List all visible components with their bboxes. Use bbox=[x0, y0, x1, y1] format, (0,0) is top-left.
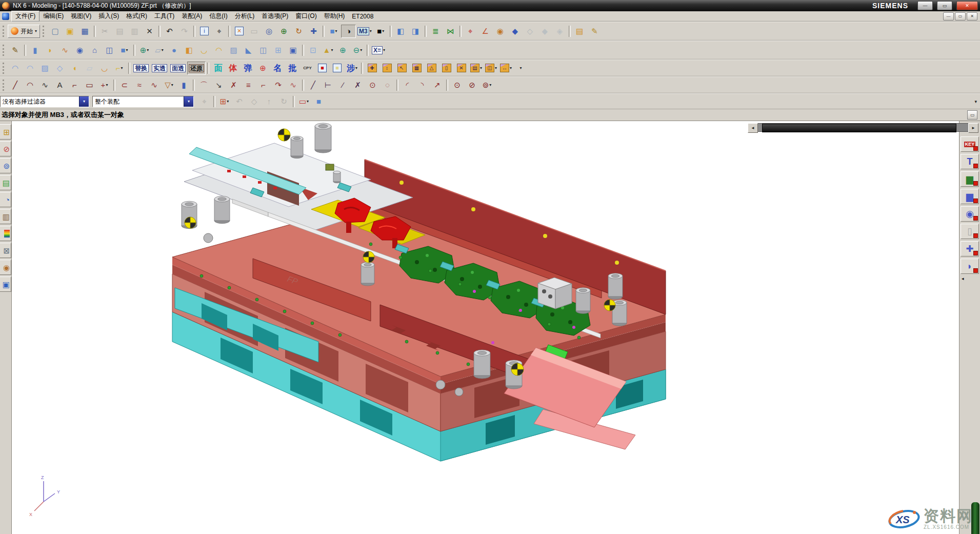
horizontal-scrollbar[interactable]: ◄ ► bbox=[748, 123, 978, 132]
child-minimize-button[interactable]: — bbox=[943, 12, 954, 21]
face-translucency-button[interactable]: 面透 bbox=[169, 62, 187, 75]
rotate-component-icon[interactable]: ↕ bbox=[379, 62, 394, 75]
unite-icon[interactable]: ⊕ bbox=[335, 44, 350, 57]
expression-button[interactable]: X=▾ bbox=[370, 44, 387, 57]
constraint-navigator-tab[interactable]: ⊘ bbox=[0, 141, 11, 156]
line-icon[interactable]: ╱ bbox=[8, 78, 23, 92]
project-curve-icon[interactable]: ↘ bbox=[211, 78, 226, 92]
close-button[interactable]: ✕ bbox=[956, 1, 978, 10]
restore-window-icon[interactable]: ▭ bbox=[967, 110, 977, 120]
menu-item-3[interactable]: 插入(S) bbox=[95, 11, 123, 21]
hole-icon[interactable]: ◉ bbox=[72, 44, 87, 57]
delete-icon[interactable]: ✕ bbox=[142, 25, 157, 38]
object-color-icon[interactable]: ■▾ bbox=[373, 25, 388, 38]
point2-icon[interactable]: +▾ bbox=[97, 78, 112, 92]
extract-curve-icon[interactable]: ⌐ bbox=[256, 78, 271, 92]
view-sphere-icon[interactable]: ◉ bbox=[493, 25, 508, 38]
scrollbar-thumb[interactable] bbox=[762, 124, 956, 132]
menu-item-2[interactable]: 视图(V) bbox=[67, 11, 95, 21]
key-library-icon[interactable]: KEY bbox=[961, 136, 979, 152]
through-curves-icon[interactable]: ◫ bbox=[256, 44, 271, 57]
wcs-orient-icon[interactable]: ∠ bbox=[478, 25, 493, 38]
tube-icon[interactable]: ⊞ bbox=[271, 44, 286, 57]
selection-scope-dropdown[interactable]: 整个装配 ▾ bbox=[92, 96, 194, 107]
bridge-curve-icon[interactable]: ≈ bbox=[132, 78, 147, 92]
styled-sweep-icon[interactable]: ◇ bbox=[52, 62, 67, 75]
rectangle-icon[interactable]: ▭ bbox=[82, 78, 97, 92]
edit-cross-icon[interactable]: ✗ bbox=[350, 78, 365, 92]
find-icon[interactable]: ⌖ bbox=[212, 25, 227, 38]
snap-point-icon[interactable]: ⊞▾ bbox=[217, 95, 232, 108]
orient-view-icon[interactable]: ◧ bbox=[393, 25, 408, 38]
spring-char-icon[interactable]: 弹 bbox=[241, 62, 255, 75]
view-plane-button[interactable]: M3▾ bbox=[356, 25, 373, 38]
menu-item-et2008[interactable]: ET2008 bbox=[348, 12, 377, 21]
dash-circle-icon[interactable]: ◌ bbox=[380, 78, 395, 92]
trim-corner-icon[interactable]: ◜ bbox=[400, 78, 415, 92]
layer-settings-icon[interactable]: ≣ bbox=[428, 25, 443, 38]
red-solid-icon[interactable]: ■ bbox=[315, 62, 330, 75]
funnel-icon[interactable]: ▽▾ bbox=[162, 78, 176, 92]
toolbar-grip[interactable] bbox=[3, 80, 6, 91]
window-tab[interactable]: ▣ bbox=[0, 276, 11, 292]
stock-guide-box[interactable] bbox=[538, 278, 572, 309]
trimmed-sheet-icon[interactable]: ▱ bbox=[82, 62, 97, 75]
corner-icon[interactable]: ⌐ bbox=[67, 78, 82, 92]
circle-icon[interactable]: ⊙ bbox=[450, 78, 465, 92]
sweep-icon[interactable]: ∿ bbox=[57, 44, 72, 57]
datum-plane-icon[interactable]: ▱▾ bbox=[152, 44, 167, 57]
face-char-icon[interactable]: 面 bbox=[211, 62, 226, 75]
fillet-sketch-icon[interactable]: ◝ bbox=[415, 78, 430, 92]
collapse-arrow-icon[interactable]: ◂ bbox=[962, 276, 964, 281]
join-curve-icon[interactable]: ⌒ bbox=[196, 78, 211, 92]
minimize-button[interactable]: — bbox=[917, 1, 933, 10]
ruled-icon[interactable]: ▨ bbox=[226, 44, 241, 57]
component-cylinder-icon[interactable]: ▯ bbox=[439, 62, 454, 75]
face-blend-icon[interactable]: ◠ bbox=[211, 44, 226, 57]
named-view-icon[interactable]: ◆ bbox=[508, 25, 523, 38]
undo-icon[interactable]: ↶ bbox=[162, 25, 177, 38]
target-icon[interactable]: ⊕ bbox=[255, 62, 270, 75]
edit-point-icon[interactable]: ⊢ bbox=[321, 78, 335, 92]
edit-line-icon[interactable]: ╱ bbox=[306, 78, 321, 92]
plate-library-icon[interactable]: ▆ bbox=[961, 189, 979, 204]
render-style-icon[interactable]: ◑ bbox=[341, 25, 356, 38]
half-tube-icon[interactable]: ◖ bbox=[67, 62, 82, 75]
graphics-window[interactable]: FP Z Y X bbox=[12, 121, 959, 534]
measure-angle-icon[interactable]: ✎ bbox=[587, 25, 602, 38]
text-icon[interactable]: A bbox=[52, 78, 67, 92]
pocket-icon[interactable]: ◫ bbox=[102, 44, 117, 57]
edit-slash-icon[interactable]: ∕ bbox=[335, 78, 350, 92]
new-part-icon[interactable]: ▢ bbox=[48, 25, 63, 38]
move-component-icon[interactable]: ✚ bbox=[365, 62, 379, 75]
spline-icon[interactable]: ∿ bbox=[37, 78, 52, 92]
block-library-icon[interactable]: ◗ bbox=[961, 259, 979, 274]
replace-button[interactable]: 替换 bbox=[132, 62, 150, 75]
sketch-icon[interactable]: ✎ bbox=[8, 44, 23, 57]
show-hide-component-icon[interactable]: ◫▾ bbox=[484, 62, 498, 75]
section-surface-icon[interactable]: ▨ bbox=[37, 62, 52, 75]
save-icon[interactable]: ▦ bbox=[77, 25, 92, 38]
scroll-right-arrow[interactable]: ► bbox=[968, 123, 978, 133]
operation-navigator-tab[interactable]: ▤ bbox=[0, 175, 11, 190]
menu-item-5[interactable]: 工具(T) bbox=[151, 11, 178, 21]
child-restore-button[interactable]: ▭ bbox=[955, 12, 966, 21]
thicken-icon[interactable]: ◣ bbox=[241, 44, 256, 57]
materials-tab[interactable]: ▥ bbox=[0, 209, 11, 224]
emboss-icon[interactable]: ▲▾ bbox=[321, 44, 335, 57]
toolbar-grip[interactable] bbox=[3, 63, 6, 74]
part-navigator-tab[interactable]: ⊚ bbox=[0, 158, 11, 173]
measure-distance-icon[interactable]: ▤ bbox=[572, 25, 587, 38]
sphere-icon[interactable]: ● bbox=[167, 44, 182, 57]
boss-icon[interactable]: ⌂ bbox=[87, 44, 102, 57]
scroll-left-arrow[interactable]: ◄ bbox=[748, 123, 758, 133]
revolve-icon[interactable]: ◗ bbox=[43, 44, 57, 57]
flange-icon[interactable]: ⌐▾ bbox=[112, 62, 127, 75]
roles-tab[interactable] bbox=[0, 226, 11, 241]
bracket-library-icon[interactable]: ◉ bbox=[961, 206, 979, 222]
extrude-icon[interactable]: ▮ bbox=[28, 44, 43, 57]
yellow-solid-icon[interactable]: ■ bbox=[330, 62, 345, 75]
offset-curve-icon[interactable]: ⊂ bbox=[117, 78, 132, 92]
menu-item-9[interactable]: 首选项(P) bbox=[258, 11, 292, 21]
cylinder-curve-icon[interactable]: ▮ bbox=[176, 78, 191, 92]
